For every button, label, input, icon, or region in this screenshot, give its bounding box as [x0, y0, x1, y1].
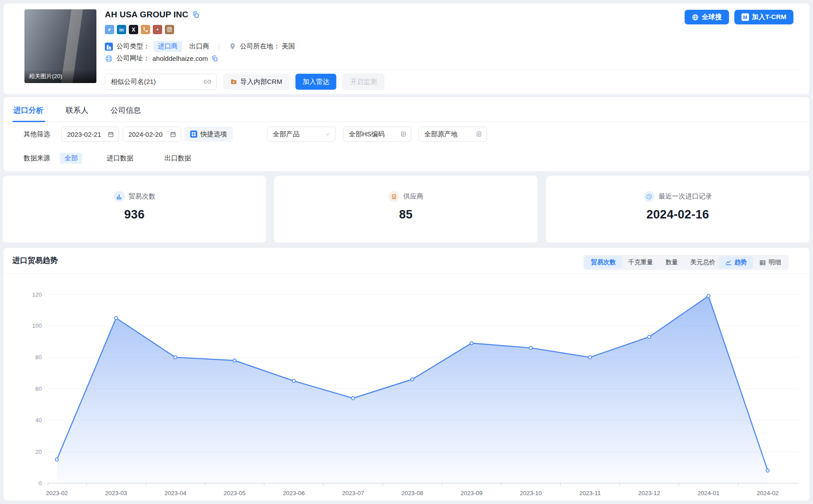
related-images-label: 相关图片(20)	[24, 70, 96, 83]
svg-text:2023-07: 2023-07	[342, 490, 364, 496]
source-option-import[interactable]: 进口数据	[102, 153, 138, 164]
stat-label: 贸易次数	[129, 192, 155, 201]
hs-code-value: 全部HS编码	[349, 130, 385, 139]
svg-text:2024-02: 2024-02	[757, 490, 779, 496]
company-photo[interactable]: 相关图片(20)	[24, 9, 96, 83]
company-type-label: 公司类型：	[116, 42, 150, 51]
calendar-icon	[108, 131, 114, 138]
product-select-value: 全部产品	[273, 130, 299, 139]
other-filters-label: 其他筛选	[24, 130, 50, 139]
svg-text:80: 80	[36, 354, 42, 361]
location-icon	[229, 43, 236, 50]
start-monitor-button[interactable]: 开启监测	[343, 74, 384, 90]
svg-text:2023-08: 2023-08	[401, 490, 423, 496]
metric-quantity[interactable]: 数量	[659, 256, 684, 269]
stat-card-suppliers: 供应商 85	[274, 176, 538, 242]
stat-value: 2024-02-16	[546, 208, 809, 222]
location-value: 美国	[282, 42, 295, 51]
origin-value: 全部原产地	[424, 130, 458, 139]
stat-label: 供应商	[403, 192, 423, 201]
global-search-button[interactable]: 全球搜	[685, 10, 729, 24]
stat-value: 85	[274, 208, 538, 222]
divider: |	[218, 43, 220, 50]
add-radar-label: 加入雷达	[303, 78, 329, 86]
importer-chip[interactable]: 进口商	[153, 41, 182, 52]
origin-select[interactable]: 全部原产地	[418, 127, 487, 142]
filter-card: 进口分析 联系人 公司信息 其他筛选 2023-02-21 2024-02-20…	[4, 97, 809, 171]
view-toggle-group: 趋势 明细	[717, 255, 789, 270]
header-divider	[105, 69, 799, 70]
svg-text:60: 60	[36, 385, 42, 392]
clock-icon	[644, 191, 655, 202]
tcrm-logo-icon: M	[741, 13, 749, 21]
metric-usd-total[interactable]: 美元总价	[684, 256, 721, 269]
date-to-value: 2024-02-20	[128, 131, 163, 138]
quick-options-icon	[190, 131, 197, 138]
date-to-input[interactable]: 2024-02-20	[123, 127, 181, 142]
view-detail[interactable]: 明细	[753, 256, 787, 269]
youtube-icon[interactable]	[153, 25, 162, 34]
stat-card-trade-count: 贸易次数 936	[3, 176, 266, 242]
phone-icon[interactable]	[141, 25, 150, 34]
svg-text:2023-11: 2023-11	[579, 490, 601, 496]
tabs-border	[4, 122, 809, 122]
globe-icon	[105, 55, 113, 63]
similar-company-input[interactable]: 相似公司名(21)	[105, 74, 217, 90]
company-header-card: 相关图片(20) AH USA GROUP INC e in X 公司类型： 进…	[4, 4, 809, 94]
svg-text:100: 100	[32, 322, 42, 329]
source-option-all[interactable]: 全部	[60, 153, 82, 164]
quick-options-button[interactable]: 快捷选项	[184, 127, 233, 142]
website-link[interactable]: aholddelhaize.com	[152, 55, 208, 62]
svg-text:40: 40	[36, 417, 42, 424]
add-tcrm-label: 加入T-CRM	[752, 13, 787, 21]
product-select[interactable]: 全部产品	[267, 127, 335, 142]
view-trend-label: 趋势	[734, 258, 747, 266]
date-from-input[interactable]: 2023-02-21	[61, 127, 119, 142]
tab-contacts[interactable]: 联系人	[65, 103, 89, 118]
chevron-down-icon	[325, 131, 331, 137]
hs-code-select[interactable]: 全部HS编码	[343, 127, 411, 142]
import-crm-button[interactable]: 导入内部CRM	[223, 74, 289, 90]
x-icon[interactable]: X	[129, 25, 138, 34]
line-chart-icon	[725, 259, 732, 266]
tab-import-analysis[interactable]: 进口分析	[12, 103, 44, 118]
copy-icon[interactable]	[192, 11, 199, 18]
trend-divider	[4, 274, 809, 274]
source-option-export[interactable]: 出口数据	[160, 153, 195, 164]
bar-chart-icon	[114, 191, 125, 202]
stat-card-last-import: 最近一次进口记录 2024-02-16	[546, 176, 809, 242]
linkedin-icon[interactable]: in	[117, 25, 126, 34]
building-icon	[105, 43, 113, 51]
folder-icon	[230, 78, 237, 85]
location-label: 公司所在地：	[240, 42, 280, 51]
svg-text:2023-12: 2023-12	[638, 490, 661, 496]
metric-kg-weight[interactable]: 千克重量	[622, 256, 659, 269]
add-radar-button[interactable]: 加入雷达	[295, 74, 336, 90]
view-detail-label: 明细	[769, 258, 781, 266]
data-source-label: 数据来源	[24, 154, 50, 163]
metric-trade-count[interactable]: 贸易次数	[585, 256, 622, 269]
start-monitor-label: 开启监测	[350, 78, 377, 86]
date-from-value: 2023-02-21	[67, 131, 101, 138]
link-icon	[204, 78, 211, 85]
svg-text:2023-03: 2023-03	[105, 490, 128, 496]
instagram-icon[interactable]	[165, 25, 174, 34]
svg-text:2023-02: 2023-02	[46, 490, 68, 496]
company-name: AH USA GROUP INC	[105, 10, 188, 20]
svg-text:120: 120	[32, 291, 42, 298]
exporter-chip[interactable]: 出口商	[189, 42, 209, 51]
active-tab-underline	[12, 121, 45, 122]
svg-text:2023-10: 2023-10	[520, 490, 542, 496]
table-icon	[759, 259, 766, 266]
copy-icon[interactable]	[211, 55, 218, 62]
add-tcrm-button[interactable]: M 加入T-CRM	[734, 10, 794, 24]
tab-company-info[interactable]: 公司信息	[110, 103, 142, 118]
globe-search-icon	[692, 14, 699, 21]
import-trend-card: 进口贸易趋势 贸易次数 千克重量 数量 美元总价 趋势 明细 020406080…	[4, 248, 809, 500]
svg-text:2023-05: 2023-05	[223, 490, 246, 496]
similar-company-text: 相似公司名(21)	[111, 78, 156, 86]
svg-text:20: 20	[36, 448, 42, 455]
svg-text:2023-04: 2023-04	[164, 490, 187, 496]
browser-icon[interactable]: e	[105, 25, 114, 34]
view-trend[interactable]: 趋势	[719, 256, 753, 269]
